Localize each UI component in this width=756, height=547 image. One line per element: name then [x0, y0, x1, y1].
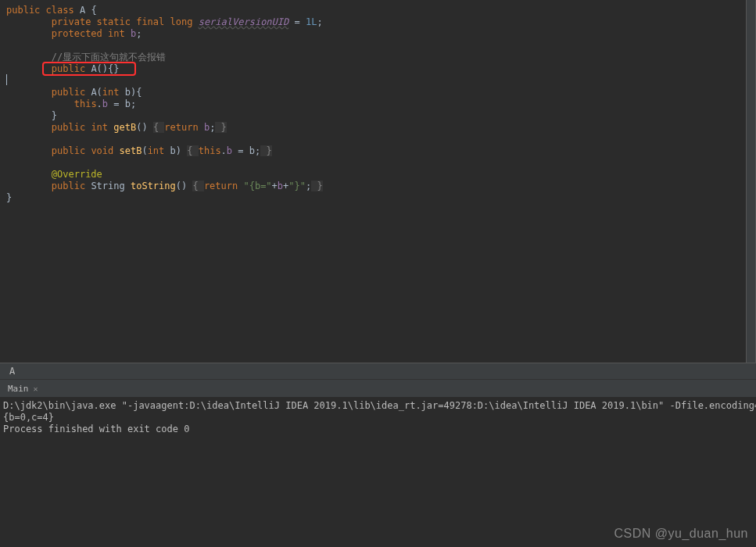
console-line: {b=0,c=4} [3, 412, 753, 424]
breadcrumb-item[interactable]: A [9, 366, 15, 377]
editor-caret [6, 74, 7, 85]
watermark: CSDN @yu_duan_hun [614, 527, 748, 541]
console-tab-main[interactable]: Main ✕ [3, 382, 43, 395]
close-icon[interactable]: ✕ [34, 384, 38, 393]
console-line: D:\jdk2\bin\java.exe "-javaagent:D:\idea… [3, 400, 753, 412]
breadcrumb[interactable]: A [0, 363, 756, 380]
console-line: Process finished with exit code 0 [3, 424, 753, 435]
console-output[interactable]: D:\jdk2\bin\java.exe "-javaagent:D:\idea… [0, 397, 756, 438]
console-tabs: Main ✕ [0, 380, 756, 397]
editor-scrollbar[interactable] [746, 0, 755, 363]
console-tab-label: Main [8, 384, 29, 394]
console-panel: Main ✕ D:\jdk2\bin\java.exe "-javaagent:… [0, 380, 756, 438]
code-editor[interactable]: public class A { private static final lo… [0, 0, 756, 363]
